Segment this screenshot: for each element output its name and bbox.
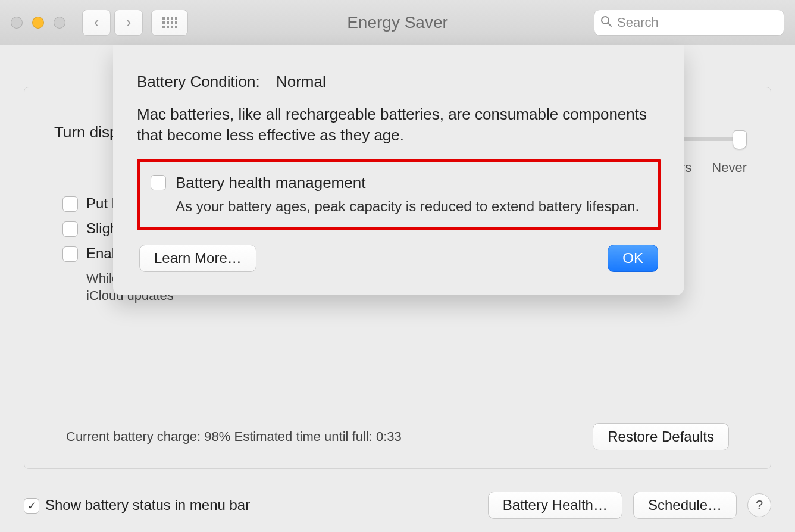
search-input[interactable] xyxy=(617,15,781,30)
search-field-wrap[interactable] xyxy=(594,10,784,36)
forward-button[interactable]: › xyxy=(114,10,143,36)
chevron-right-icon: › xyxy=(126,13,132,32)
battery-condition-value: Normal xyxy=(276,73,326,91)
enable-power-nap-checkbox[interactable] xyxy=(62,246,78,262)
svg-line-1 xyxy=(608,23,611,26)
battery-condition-line: Battery Condition: Normal xyxy=(137,73,661,91)
display-sleep-slider-thumb[interactable] xyxy=(733,130,747,149)
battery-health-management-label: Battery health management xyxy=(176,174,639,192)
battery-status-text: Current battery charge: 98% Estimated ti… xyxy=(66,429,402,445)
close-window-button[interactable] xyxy=(11,17,23,29)
grid-icon xyxy=(162,17,177,28)
minimize-window-button[interactable] xyxy=(32,17,44,29)
battery-health-management-description: As your battery ages, peak capacity is r… xyxy=(176,197,639,216)
slider-tick-never: Never xyxy=(712,160,747,176)
bottom-bar: ✓ Show battery status in menu bar Batter… xyxy=(0,478,795,532)
chevron-left-icon: ‹ xyxy=(94,13,99,32)
svg-point-0 xyxy=(602,17,609,24)
window-toolbar: ‹ › Energy Saver xyxy=(0,0,795,45)
slider-tick-labels: hrs Never xyxy=(674,160,747,176)
schedule-button[interactable]: Schedule… xyxy=(633,492,737,519)
slightly-dim-checkbox[interactable] xyxy=(62,221,78,237)
battery-health-management-checkbox[interactable] xyxy=(151,175,166,190)
battery-explainer: Mac batteries, like all rechargeable bat… xyxy=(137,104,661,146)
show-menu-bar-label: Show battery status in menu bar xyxy=(45,497,250,514)
restore-defaults-button[interactable]: Restore Defaults xyxy=(593,423,729,450)
battery-health-sheet: Battery Condition: Normal Mac batteries,… xyxy=(113,45,684,295)
battery-health-button[interactable]: Battery Health… xyxy=(488,492,622,519)
show-all-button[interactable] xyxy=(151,10,188,36)
nav-buttons: ‹ › xyxy=(82,10,143,36)
learn-more-button[interactable]: Learn More… xyxy=(139,245,256,272)
battery-health-management-highlight: Battery health management As your batter… xyxy=(137,159,661,230)
ok-button[interactable]: OK xyxy=(608,245,658,272)
search-icon xyxy=(600,14,612,31)
help-button[interactable]: ? xyxy=(747,493,771,517)
back-button[interactable]: ‹ xyxy=(82,10,111,36)
question-icon: ? xyxy=(756,497,763,513)
show-menu-bar-checkbox[interactable]: ✓ xyxy=(24,498,39,514)
put-hd-sleep-checkbox[interactable] xyxy=(62,196,78,212)
window-traffic-lights xyxy=(11,17,65,29)
battery-condition-key: Battery Condition: xyxy=(137,73,260,91)
zoom-window-button[interactable] xyxy=(54,17,65,29)
